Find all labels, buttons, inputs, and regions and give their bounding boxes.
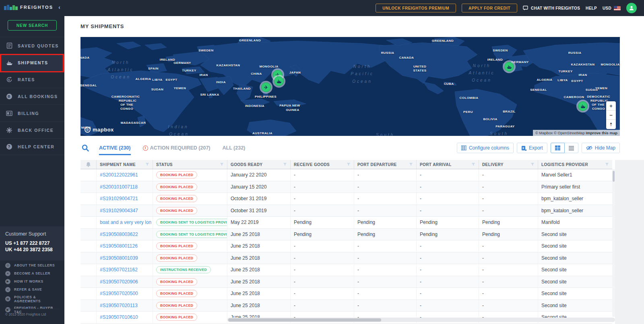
column-header-port-departure[interactable]: PORT DEPARTURE [354,160,417,169]
apply-credit-button[interactable]: APPLY FOR CREDIT [462,4,517,12]
unlock-premium-button[interactable]: UNLOCK FREIGHTOS PREMIUM [376,4,456,12]
vertical-scrollbar[interactable] [612,169,615,317]
sidebar-collapse-icon[interactable]: ‹ [58,4,60,10]
table-row[interactable]: #S200122022961BOOKING PLACEDJanuary 22 2… [80,169,612,181]
shipment-name-cell[interactable]: #S191029004721 [97,193,153,205]
footer-link-refer-save[interactable]: <REFER & SAVE [0,285,64,293]
sidebar-item-help-center[interactable]: ?HELP CENTER [0,138,64,155]
configure-columns-button[interactable]: Configure columns [457,143,514,153]
shipment-name-cell[interactable]: #S191029004347 [97,205,153,217]
shipment-name-link[interactable]: #S200122022961 [100,172,138,178]
map-marker-ship-icon[interactable] [504,62,514,72]
filter-icon[interactable] [145,162,149,166]
table-row[interactable]: #S190508001039BOOKING PLACEDJune 25 2018… [80,252,612,265]
shipment-name-link[interactable]: #S191029004347 [100,208,138,213]
currency-selector[interactable]: USD [603,6,621,10]
table-row[interactable]: #S190508001126BOOKING PLACEDJune 25 2018… [80,240,612,252]
shipment-name-link[interactable]: #S190508001126 [100,243,138,249]
footer-link-policies-agreements[interactable]: ▤POLICIES & AGREEMENTS [0,293,64,304]
shipments-map[interactable]: GREENLANDSWEDENRUSSIANADAIRELANDGERMANYK… [80,37,620,136]
help-link[interactable]: HELP [586,6,597,10]
zoom-in-button[interactable]: + [606,101,616,111]
shipment-name-link[interactable]: boat and a very very lon [100,219,151,225]
shipment-name-link[interactable]: #S190508001039 [100,255,138,261]
shipment-name-cell[interactable]: #S190508001126 [97,240,153,252]
table-row[interactable]: #S191029004721BOOKING PLACEDOctober 31 2… [80,193,612,205]
table-row[interactable]: #S191029004347BOOKING PLACEDOctober 31 2… [80,205,612,217]
tab-all-232[interactable]: ALL (232) [223,141,246,155]
footer-link-about-the-sellers[interactable]: ◎ABOUT THE SELLERS [0,261,64,269]
notification-bell-column-header[interactable] [80,160,97,169]
shipment-name-link[interactable]: #S190507020906 [100,279,138,285]
column-header-logistics-provider[interactable]: LOGISTICS PROVIDER [538,160,612,169]
shipment-name-cell[interactable]: #S190508003622 [97,229,153,240]
horizontal-scrollbar-thumb[interactable] [228,318,381,322]
table-row[interactable]: #S190507020906BOOKING PLACEDJune 25 2018… [80,276,612,288]
shipment-name-cell[interactable]: #S190507020113 [97,300,153,312]
column-header-shipment-name[interactable]: SHIPMENT NAME [97,160,153,169]
shipment-name-link[interactable]: #S190507021162 [100,267,138,273]
shipment-name-cell[interactable]: #S200122022961 [97,169,153,181]
filter-icon[interactable] [605,162,609,166]
shipment-name-link[interactable]: #S190507010610 [100,314,138,320]
filter-icon[interactable] [471,162,475,166]
filter-icon[interactable] [530,162,535,166]
table-row[interactable]: #S190507021162INSTRUCTIONS RECEIVEDJune … [80,264,612,276]
sidebar-item-billing[interactable]: BILLING [0,105,64,121]
mapbox-logo[interactable]: ◍ mapbox [85,127,114,133]
list-view-button[interactable] [565,143,578,153]
table-row[interactable]: #S190507020113BOOKING PLACEDJune 25 2018… [80,300,612,312]
logistics-provider-cell: Second site [538,240,612,252]
user-avatar[interactable] [626,3,637,13]
map-marker-plane-icon[interactable]: ✈ [261,82,271,92]
shipment-name-cell[interactable]: #S190507021162 [97,264,153,276]
sidebar-item-shipments[interactable]: SHIPMENTS [0,54,64,71]
shipment-name-cell[interactable]: #S200101007118 [97,181,153,193]
sidebar-item-rates[interactable]: $RATES [0,71,64,88]
hide-map-button[interactable]: Hide Map [582,143,620,153]
shipment-name-cell[interactable]: #S190507020906 [97,276,153,288]
tab-active-230[interactable]: ACTIVE (230) [99,141,131,155]
filter-icon[interactable] [220,162,224,166]
shipment-name-cell[interactable]: #S190507010610 [97,312,153,323]
eye-slash-icon [586,146,592,150]
table-row[interactable]: #S200101007118BOOKING PLACEDJanuary 15 2… [80,181,612,193]
shipment-name-link[interactable]: #S190508003622 [100,232,138,237]
improve-map-link[interactable]: Improve this map [586,131,617,135]
shipment-name-cell[interactable]: #S190508001039 [97,252,153,264]
horizontal-scrollbar[interactable] [227,318,615,322]
sidebar-item-all-bookings[interactable]: BALL BOOKINGS [0,88,64,105]
sidebar-item-back-office[interactable]: BACK OFFICE [0,121,64,138]
footer-link-how-it-works[interactable]: ▶HOW IT WORKS [0,277,64,285]
column-header-delivery[interactable]: DELIVERY [479,160,538,169]
shipment-name-link[interactable]: #S190507020500 [100,291,138,296]
zoom-out-button[interactable]: − [606,111,616,120]
chat-link[interactable]: CHAT WITH FREIGHTOS [523,6,580,10]
column-header-port-arrival[interactable]: PORT ARRIVAL [417,160,479,169]
column-header-status[interactable]: STATUS [153,160,227,169]
filter-icon[interactable] [347,162,351,166]
sidebar-item-saved-quotes[interactable]: SAVED QUOTES [0,37,64,54]
footer-link-become-a-seller[interactable]: +BECOME A SELLER [0,269,64,277]
export-button[interactable]: Export [517,143,547,153]
map-marker-ship-icon[interactable] [578,101,588,111]
table-row[interactable]: #S190507020500BOOKING PLACEDJune 25 2018… [80,288,612,300]
shipment-name-cell[interactable]: boat and a very very lon [97,217,153,228]
shipment-name-cell[interactable]: #S190507020500 [97,288,153,299]
column-header-receive-goods[interactable]: RECEIVE GOODS [291,160,354,169]
table-row[interactable]: boat and a very very lonBOOKING SENT TO … [80,217,612,229]
filter-icon[interactable] [409,162,413,166]
column-header-goods-ready[interactable]: GOODS READY [227,160,291,169]
grid-view-button[interactable] [551,143,565,153]
compass-button[interactable]: ▲▼ [606,120,616,129]
vertical-scrollbar-thumb[interactable] [613,171,615,182]
table-row[interactable]: #S190508003622BOOKING SENT TO LOGISTICS … [80,229,612,241]
filter-icon[interactable] [283,162,287,166]
search-button[interactable] [80,143,90,153]
shipment-name-link[interactable]: #S191029004721 [100,196,138,201]
map-marker-ship-icon[interactable] [274,76,284,86]
shipment-name-link[interactable]: #S200101007118 [100,184,138,190]
tab-action-required-207[interactable]: !ACTION REQUIRED (207) [143,141,211,155]
new-search-button[interactable]: NEW SEARCH [8,20,57,31]
shipment-name-link[interactable]: #S190507020113 [100,303,138,308]
